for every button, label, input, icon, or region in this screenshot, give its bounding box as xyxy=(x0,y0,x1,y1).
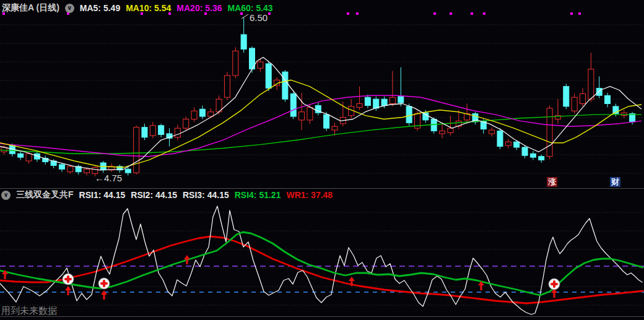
candle-down xyxy=(199,109,205,116)
candle-down xyxy=(324,115,329,128)
candle-down xyxy=(539,157,544,160)
candle-up xyxy=(299,112,305,120)
candle-down xyxy=(59,165,64,169)
rsi4-value: RSI4: 51.21 xyxy=(235,190,281,200)
indicator-panel-header: ∨ 三线双金叉共F RSI1: 44.15 RSI2: 44.15 RSI3: … xyxy=(1,189,333,201)
candle-down xyxy=(530,154,536,157)
candle-down xyxy=(159,126,164,135)
candle-up xyxy=(489,130,495,134)
ma5-value: MA5: 5.49 xyxy=(80,3,120,13)
candle-up xyxy=(547,108,552,157)
candle-down xyxy=(241,35,246,49)
candle-up xyxy=(150,126,155,136)
golden-cross-icon xyxy=(549,279,560,290)
candle-down xyxy=(406,106,412,123)
ma10-line xyxy=(0,80,642,167)
stock-chart-window: 深康佳A (日线) ∨ MA5: 5.49 MA10: 5.54 MA20: 5… xyxy=(0,0,644,320)
candle-up xyxy=(389,97,395,103)
candle-down xyxy=(522,147,528,155)
ma20-line xyxy=(0,95,642,156)
candle-up xyxy=(307,107,313,120)
candle-up xyxy=(588,69,594,99)
candle-down xyxy=(564,87,569,106)
candle-up xyxy=(440,131,445,134)
candle-down xyxy=(514,142,520,147)
candle-up xyxy=(84,169,90,173)
buy-arrow-icon xyxy=(65,286,71,295)
indicator-series xyxy=(0,206,643,314)
candle-down xyxy=(423,113,429,120)
future-data-footnote: 用到未来数据 xyxy=(1,305,57,317)
candle-up xyxy=(224,76,230,97)
candle-down xyxy=(282,72,288,99)
rsi4-line xyxy=(0,232,643,295)
stock-title: 深康佳A (日线) xyxy=(2,2,59,14)
candle-down xyxy=(497,131,503,147)
ma10-value: MA10: 5.54 xyxy=(126,3,171,13)
wr1-value: WR1: 37.48 xyxy=(286,190,333,200)
main-chart-header: 深康佳A (日线) ∨ MA5: 5.49 MA10: 5.54 MA20: 5… xyxy=(2,2,273,14)
rsi3-value: RSI3: 44.15 xyxy=(183,190,229,200)
chart-canvas xyxy=(0,0,644,320)
candle-up xyxy=(175,128,180,137)
candle-up xyxy=(572,97,577,111)
golden-cross-icon xyxy=(63,274,74,285)
rsi1-value: RSI1: 44.15 xyxy=(79,190,126,200)
candle-down xyxy=(266,64,271,89)
candle-down xyxy=(290,93,296,116)
indicator-title: 三线双金叉共F xyxy=(16,189,74,201)
candle-up xyxy=(233,51,238,76)
candle-down xyxy=(142,128,147,137)
high-price-label: 6.50 xyxy=(250,12,268,23)
low-price-label: ←4.75 xyxy=(95,173,122,183)
ma20-value: MA20: 5.36 xyxy=(176,3,222,13)
rsi2-value: RSI2: 44.15 xyxy=(131,190,177,200)
candle-up xyxy=(448,128,453,132)
candle-down xyxy=(125,169,131,173)
candle-down xyxy=(365,97,370,105)
candle-down xyxy=(605,95,611,103)
rise-badge: 涨 xyxy=(547,177,557,187)
candle-up xyxy=(332,126,337,130)
golden-cross-icon xyxy=(98,278,110,289)
candle-up xyxy=(357,104,362,108)
candle-up xyxy=(580,93,586,103)
candle-up xyxy=(191,111,197,119)
candle-down xyxy=(398,97,404,103)
chevron-down-icon[interactable]: ∨ xyxy=(1,191,11,200)
ma60-value: MA60: 5.43 xyxy=(227,3,272,13)
rsi1-line xyxy=(0,206,642,314)
candle-down xyxy=(596,89,602,96)
candle-up xyxy=(258,62,263,68)
candle-up xyxy=(134,128,139,173)
chevron-down-icon[interactable]: ∨ xyxy=(65,4,74,13)
candle-down xyxy=(18,154,24,157)
candle-up xyxy=(67,166,73,172)
ma-lines xyxy=(0,58,642,170)
indicator-grid xyxy=(0,212,644,305)
high-pointer-line xyxy=(242,14,248,19)
candle-down xyxy=(381,99,387,105)
candle-up xyxy=(183,119,189,128)
candle-up xyxy=(505,142,511,145)
candle-up xyxy=(26,154,32,161)
fortune-badge: 财 xyxy=(610,177,620,187)
